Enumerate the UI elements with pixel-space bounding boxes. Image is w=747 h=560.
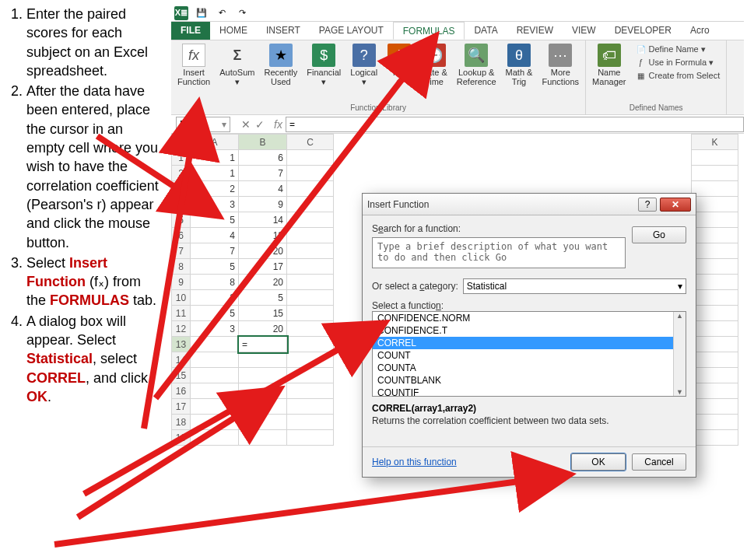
cell[interactable]: 12 [239,228,287,243]
row-header[interactable]: 11 [172,306,191,321]
cell[interactable]: 2 [191,181,239,197]
cell[interactable] [692,399,738,415]
lookup-button[interactable]: 🔍Lookup & Reference [454,42,500,88]
cell[interactable]: 20 [239,321,287,337]
row-header[interactable]: 1 [172,150,191,166]
fx-label-icon[interactable]: fx [274,118,282,131]
use-in-formula-button[interactable]: ƒUse in Formula ▾ [634,56,722,68]
cell[interactable]: 8 [191,275,239,290]
function-option[interactable]: CONFIDENCE.T [373,324,686,337]
function-option[interactable]: CORREL [373,337,686,349]
cell[interactable] [692,197,738,212]
cell[interactable] [239,430,287,446]
text-button[interactable]: AText▾ [384,42,415,88]
function-option[interactable]: COUNT [373,349,686,362]
tab-formulas[interactable]: FORMULAS [393,22,465,40]
cell[interactable] [239,352,287,368]
cell[interactable] [287,166,334,181]
dialog-close-button[interactable]: ✕ [660,198,691,212]
cell[interactable] [692,306,738,321]
cell[interactable]: 5 [239,290,287,306]
tab-developer[interactable]: DEVELOPER [605,22,681,40]
selected-cell[interactable]: = [239,337,287,352]
category-select[interactable]: Statistical▾ [463,278,686,294]
cell[interactable] [692,150,738,166]
row-header[interactable]: 6 [172,228,191,243]
row-header[interactable]: 8 [172,259,191,275]
autosum-button[interactable]: ΣAutoSum▾ [216,42,258,88]
help-link[interactable]: Help on this function [372,457,571,467]
cell[interactable] [239,415,287,430]
go-button[interactable]: Go [632,226,686,243]
cell[interactable] [191,383,239,399]
cell[interactable]: 20 [239,275,287,290]
row-header[interactable]: 14 [172,352,191,368]
tab-home[interactable]: HOME [210,22,257,40]
cell[interactable]: 9 [239,197,287,212]
cell[interactable] [692,212,738,228]
row-header[interactable]: 5 [172,212,191,228]
cell[interactable] [191,415,239,430]
cell[interactable] [287,415,334,430]
cell[interactable]: 7 [239,166,287,181]
scroll-down-icon[interactable]: ▼ [676,388,683,396]
cell[interactable] [287,181,334,197]
name-manager-button[interactable]: 🏷Name Manager [589,42,629,88]
cell[interactable] [692,430,738,446]
cell[interactable] [287,150,334,166]
cell[interactable]: 7 [191,243,239,259]
cell[interactable]: 5 [191,259,239,275]
row-header[interactable]: 16 [172,383,191,399]
more-functions-button[interactable]: ⋯More Functions [538,42,582,88]
row-header[interactable]: 7 [172,243,191,259]
col-header-c[interactable]: C [287,135,334,150]
formula-enter-icon[interactable]: ✓ [255,118,265,131]
cell[interactable]: 17 [239,259,287,275]
tab-acrobat[interactable]: Acro [681,22,719,40]
cell[interactable] [239,368,287,383]
cell[interactable] [692,321,738,337]
chevron-down-icon[interactable]: ▾ [222,119,226,130]
dialog-titlebar[interactable]: Insert Function ? ✕ [363,194,696,215]
cell[interactable] [191,430,239,446]
function-option[interactable]: CONFIDENCE.NORM [373,312,686,324]
row-header[interactable]: 9 [172,275,191,290]
cell[interactable] [692,290,738,306]
ok-button[interactable]: OK [571,453,626,471]
cell[interactable] [692,228,738,243]
undo-icon[interactable]: ↶ [215,6,229,20]
name-box[interactable]: B13▾ [176,117,230,132]
cell[interactable] [287,259,334,275]
tab-data[interactable]: DATA [465,22,507,40]
cell[interactable] [287,352,334,368]
cell[interactable]: 4 [239,181,287,197]
math-trig-button[interactable]: θMath & Trig [503,42,536,88]
cell[interactable] [692,243,738,259]
row-header[interactable]: 18 [172,415,191,430]
col-header-k[interactable]: K [692,135,738,150]
cell[interactable]: 15 [239,306,287,321]
cell[interactable] [287,321,334,337]
logical-button[interactable]: ?Logical▾ [347,42,381,88]
cell[interactable] [692,368,738,383]
cell[interactable] [287,399,334,415]
cancel-button[interactable]: Cancel [632,453,686,471]
tab-page-layout[interactable]: PAGE LAYOUT [310,22,393,40]
formula-input[interactable]: = [286,117,744,132]
col-header-b[interactable]: B [239,135,287,150]
row-header[interactable]: 19 [172,430,191,446]
cell[interactable] [287,212,334,228]
cell[interactable] [287,228,334,243]
cell[interactable] [287,383,334,399]
cell[interactable] [692,415,738,430]
cell[interactable] [692,383,738,399]
tab-review[interactable]: REVIEW [507,22,563,40]
function-option[interactable]: COUNTA [373,362,686,374]
cell[interactable]: 5 [191,212,239,228]
create-from-selection-button[interactable]: ▦Create from Select [634,69,722,82]
cell[interactable]: 5 [191,306,239,321]
row-header[interactable]: 3 [172,181,191,197]
cell[interactable]: 3 [191,197,239,212]
cell[interactable] [287,337,334,352]
row-header[interactable]: 15 [172,368,191,383]
